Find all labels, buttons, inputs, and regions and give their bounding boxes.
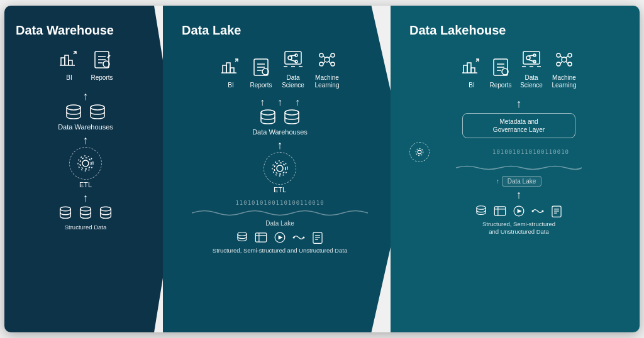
- svg-point-92: [541, 210, 543, 212]
- multi-arrows: ↑ ↑ ↑: [260, 97, 300, 108]
- metadata-box: Metadata andGovernance Layer: [462, 113, 575, 138]
- arr1: ↑: [260, 97, 265, 108]
- svg-point-76: [568, 53, 572, 57]
- lakehouse-icons-row: BI Reports Data Science: [460, 48, 578, 89]
- lake-etl-label: ETL: [274, 186, 286, 194]
- diagram-container: Data Warehouse BI Reports ↑: [4, 6, 640, 332]
- svg-line-26: [290, 55, 296, 56]
- svg-point-10: [82, 160, 89, 166]
- lh-ds-icon: [519, 48, 543, 72]
- etl-icon: [69, 147, 102, 180]
- lh-lake-box: Data Lake: [502, 176, 542, 187]
- lake-bi-icon: [219, 55, 243, 79]
- svg-point-74: [562, 57, 567, 62]
- lh-wave: 1010010110100110010: [433, 149, 628, 155]
- lake-title: Data Lake: [182, 23, 242, 38]
- lake-icons-row: BI Reports Data Science: [219, 48, 341, 89]
- bi-icon: [57, 48, 81, 72]
- svg-point-52: [293, 236, 295, 238]
- lake-bi-item: BI: [219, 55, 243, 89]
- svg-line-80: [566, 56, 568, 58]
- lake-ds-item: Data Science: [279, 48, 307, 89]
- metadata-label: Metadata andGovernance Layer: [493, 118, 545, 133]
- lake-reports-icon: [249, 55, 273, 79]
- svg-line-38: [329, 56, 331, 58]
- svg-line-79: [560, 56, 562, 58]
- lake-warehouses-label: Data Warehouses: [252, 128, 308, 136]
- lh-ml-label: Machine Learning: [550, 74, 578, 89]
- svg-point-44: [274, 163, 286, 174]
- arr3: ↑: [295, 97, 300, 108]
- svg-rect-47: [255, 233, 266, 242]
- svg-line-68: [528, 55, 535, 56]
- panel-lake: Data Lake BI Reports: [163, 6, 408, 332]
- svg-marker-90: [518, 209, 522, 213]
- svg-point-32: [325, 57, 330, 62]
- warehouse-icons-row: BI Reports: [57, 48, 114, 82]
- svg-point-83: [418, 150, 421, 154]
- svg-line-82: [566, 62, 568, 63]
- lake-reports-item: Reports: [249, 55, 273, 89]
- lh-bottom-icons: [474, 204, 564, 218]
- lake-bottom-icons: [235, 231, 325, 244]
- svg-point-35: [319, 62, 323, 66]
- warehouses-label: Data Warehouses: [58, 123, 113, 131]
- lake-etl-icon: [264, 152, 296, 185]
- lake-reports-label: Reports: [250, 82, 272, 89]
- svg-rect-54: [313, 232, 322, 243]
- reports-label: Reports: [91, 74, 113, 82]
- svg-point-42: [285, 110, 299, 115]
- bi-label: BI: [66, 74, 72, 82]
- lake-arrow: ↑: [277, 139, 283, 151]
- svg-point-53: [303, 236, 304, 238]
- lh-ds-item: Data Science: [518, 48, 545, 89]
- svg-point-85: [477, 206, 486, 210]
- lh-ds-label: Data Science: [518, 74, 545, 89]
- lh-reports-label: Reports: [489, 82, 511, 89]
- lh-bi-label: BI: [469, 82, 474, 89]
- lake-ds-icon: [281, 48, 305, 72]
- svg-point-15: [101, 207, 111, 211]
- lake-inner-label: Data Lake: [182, 220, 378, 227]
- svg-point-9: [91, 105, 104, 110]
- arr2: ↑: [277, 97, 282, 108]
- svg-point-8: [67, 105, 80, 110]
- lake-ml-icon: [315, 48, 339, 72]
- lake-ml-label: Machine Learning: [313, 74, 341, 89]
- warehouse-content: BI Reports ↑ Data Warehouses ↑: [16, 48, 155, 322]
- structured-label: Structured Data: [65, 224, 107, 231]
- svg-point-75: [557, 53, 560, 57]
- svg-point-34: [331, 53, 335, 57]
- svg-point-13: [60, 207, 71, 211]
- arrow-1: ↑: [83, 90, 89, 102]
- lake-ds-label: Data Science: [279, 74, 307, 89]
- svg-point-41: [261, 110, 275, 115]
- svg-point-33: [319, 53, 323, 57]
- lh-arrow1: ↑: [516, 98, 522, 109]
- arrow-3: ↑: [83, 192, 89, 204]
- lh-ml-item: Machine Learning: [550, 48, 578, 89]
- svg-point-77: [557, 62, 560, 66]
- lh-bottom-label: Structured, Semi-structuredand Unstructu…: [482, 221, 555, 236]
- svg-line-40: [329, 62, 331, 63]
- arrow-2: ↑: [83, 134, 89, 146]
- svg-line-7: [108, 55, 110, 58]
- svg-rect-65: [523, 52, 540, 64]
- lakehouse-title: Data Lakehouse: [409, 23, 506, 38]
- svg-point-78: [568, 62, 572, 66]
- panel-lakehouse: Data Lakehouse BI Reports: [391, 6, 640, 332]
- svg-point-84: [416, 148, 423, 155]
- reports-icon-item: Reports: [90, 48, 114, 82]
- lh-reports-icon: [489, 55, 513, 79]
- lakehouse-content: BI Reports Data Science: [409, 48, 628, 322]
- svg-point-14: [80, 207, 91, 211]
- svg-line-39: [323, 62, 325, 63]
- svg-point-11: [80, 158, 91, 169]
- lh-bi-item: BI: [460, 55, 484, 89]
- svg-point-46: [238, 232, 247, 236]
- svg-line-37: [323, 56, 325, 58]
- panel-warehouse: Data Warehouse BI Reports ↑: [4, 6, 180, 332]
- structured-data-icons: [57, 205, 114, 221]
- lh-etl-icon: [409, 142, 430, 162]
- svg-point-91: [532, 210, 534, 212]
